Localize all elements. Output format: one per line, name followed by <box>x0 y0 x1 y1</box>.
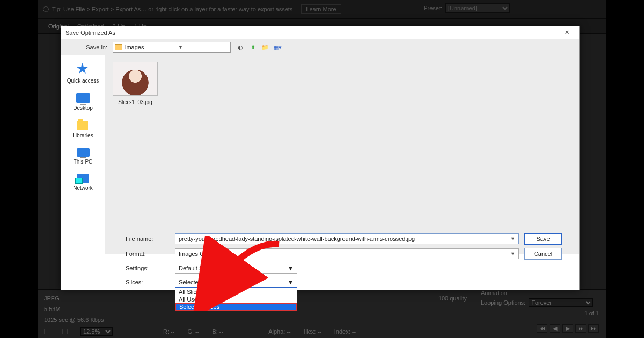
tip-text: Tip: Use File > Export > Export As… or r… <box>52 6 292 12</box>
cancel-button[interactable]: Cancel <box>524 248 562 260</box>
views-icon[interactable]: ▦▾ <box>273 43 282 52</box>
preset-label: Preset: <box>423 5 442 11</box>
close-button[interactable]: ✕ <box>559 27 575 38</box>
star-icon <box>77 63 89 75</box>
sidebar-item-libraries[interactable]: Libraries <box>72 121 93 138</box>
play-button[interactable]: ▶ <box>562 324 573 333</box>
prev-frame-button[interactable]: ◀ <box>550 324 560 333</box>
settings-label: Settings: <box>122 265 170 271</box>
folder-name: images <box>125 44 175 50</box>
footer-size: 5.53M <box>44 306 61 312</box>
file-name-input[interactable]: pretty-young-redhead-lady-standing-isola… <box>175 233 519 244</box>
thumbnail-label: Slice-1_03.jpg <box>118 99 152 105</box>
settings-select[interactable]: Default Settings ▼ <box>175 263 297 274</box>
slices-option-all[interactable]: All Slices <box>175 288 297 296</box>
up-folder-icon[interactable]: ⬆ <box>248 43 257 52</box>
learn-more-button[interactable]: Learn More <box>301 4 341 14</box>
sidebar-item-quick-access[interactable]: Quick access <box>67 63 99 84</box>
libraries-icon <box>77 121 88 130</box>
close-icon: ✕ <box>565 29 569 36</box>
playback-controls: ⏮ ◀ ▶ ⏭ ⏭ <box>537 324 599 333</box>
thumbnail-image <box>113 62 158 96</box>
new-folder-icon[interactable]: 📁 <box>261 43 269 52</box>
animation-label: Animation <box>481 290 599 296</box>
file-name-label: File name: <box>122 236 170 242</box>
back-icon[interactable]: ◐ <box>236 43 245 52</box>
next-frame-button[interactable]: ⏭ <box>575 324 586 333</box>
chevron-down-icon: ▼ <box>178 45 229 50</box>
slices-label: Slices: <box>122 279 170 285</box>
readout-index: Index: -- <box>334 328 356 335</box>
chevron-down-icon: ▼ <box>510 251 515 256</box>
slices-option-user[interactable]: All User Slices <box>175 296 297 303</box>
sidebar-item-this-pc[interactable]: This PC <box>74 148 93 165</box>
zoom-select[interactable]: 12.5% <box>80 327 113 336</box>
chevron-down-icon: ▼ <box>288 265 294 271</box>
file-name-value: pretty-young-redhead-lady-standing-isola… <box>179 236 415 242</box>
save-button[interactable]: Save <box>524 233 562 245</box>
desktop-icon <box>76 93 90 103</box>
format-label: Format: <box>122 251 170 257</box>
sidebar-item-network[interactable]: Network <box>73 174 93 191</box>
readout-b: B: -- <box>212 328 223 335</box>
save-dialog: Save Optimized As ✕ Save in: images ▼ ◐ … <box>61 26 580 290</box>
places-sidebar: Quick access Desktop Libraries This PC N… <box>61 55 105 254</box>
chevron-down-icon: ▼ <box>288 279 294 285</box>
folder-select[interactable]: images ▼ <box>113 42 231 53</box>
file-listing[interactable]: Slice-1_03.jpg <box>105 55 579 254</box>
slices-option-selected[interactable]: Selected Slices <box>175 303 297 311</box>
network-icon <box>77 174 89 183</box>
page-indicator: 1 of 1 <box>584 310 599 317</box>
first-frame-button[interactable]: ⏮ <box>537 324 547 333</box>
format-select[interactable]: Images Only ▼ <box>175 248 519 259</box>
settings-value: Default Settings <box>179 265 221 271</box>
pc-icon <box>77 148 90 157</box>
readout-alpha: Alpha: -- <box>268 328 291 335</box>
readout-r: R: -- <box>163 328 174 335</box>
footer-quality: 100 quality <box>438 295 467 302</box>
info-icon: ⓘ <box>43 5 49 13</box>
slices-dropdown: All Slices All User Slices Selected Slic… <box>175 288 297 311</box>
looping-label: Looping Options: <box>481 299 525 306</box>
footer: JPEG 100 quality 5.53M 1025 sec @ 56.6 K… <box>38 290 606 338</box>
sidebar-item-desktop[interactable]: Desktop <box>73 93 93 111</box>
readout-g: G: -- <box>187 328 199 335</box>
preset-select[interactable]: [Unnamed] <box>445 3 510 13</box>
chevron-down-icon: ▼ <box>510 236 515 241</box>
readout-hex: Hex: -- <box>304 328 321 335</box>
dialog-title: Save Optimized As <box>65 30 115 36</box>
save-in-label: Save in: <box>65 44 107 50</box>
looping-select[interactable]: Forever <box>529 298 593 307</box>
folder-icon <box>115 44 122 50</box>
slices-select[interactable]: Selected Slices ▼ <box>175 277 297 288</box>
last-frame-button[interactable]: ⏭ <box>588 324 599 333</box>
slices-value: Selected Slices <box>179 279 219 285</box>
format-value: Images Only <box>179 251 212 257</box>
footer-eta: 1025 sec @ 56.6 Kbps <box>44 317 104 323</box>
footer-format: JPEG <box>44 295 60 302</box>
file-thumbnail[interactable]: Slice-1_03.jpg <box>113 62 158 105</box>
checkbox-icon[interactable] <box>44 329 49 334</box>
checkbox-icon[interactable] <box>62 329 68 334</box>
